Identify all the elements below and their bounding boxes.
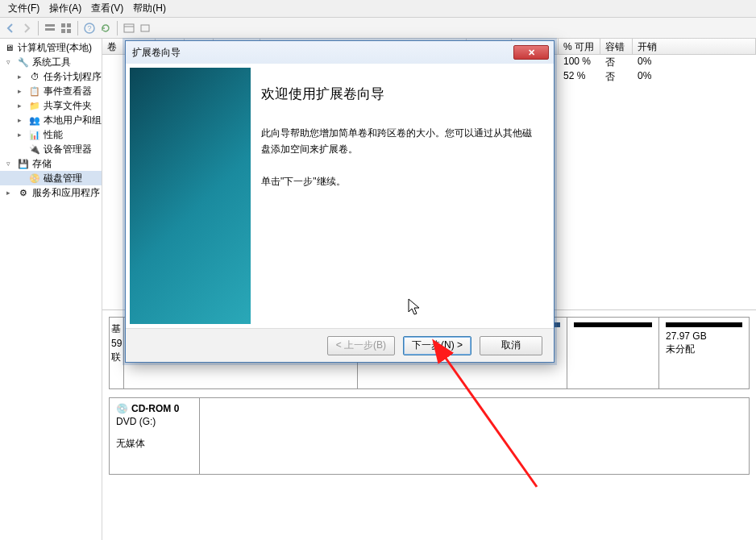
tree-devmgr[interactable]: 🔌设备管理器 [0,142,102,156]
row-fault: 否 [600,69,633,84]
svg-rect-8 [124,24,134,32]
views-icon[interactable] [43,21,57,35]
tree-systools-label: 系统工具 [32,56,71,69]
row-pct: 52 % [559,69,600,84]
col-pct[interactable]: % 可用 [559,39,600,54]
partition-3[interactable] [567,318,659,388]
row-fault: 否 [600,55,633,69]
action-icon[interactable] [138,21,152,35]
tree-perf-label: 性能 [44,128,63,142]
extend-volume-wizard-dialog: 扩展卷向导 ✕ 欢迎使用扩展卷向导 此向导帮助您增加简单卷和跨区卷的大小。您可以… [125,40,555,363]
menu-bar: 文件(F) 操作(A) 查看(V) 帮助(H) [0,0,756,18]
dvd-label: DVD (G:) [116,416,193,427]
tree-services-label: 服务和应用程序 [32,186,100,200]
back-button[interactable]: < 上一步(B) [327,336,395,355]
list-icon[interactable] [122,21,136,35]
tree-eventviewer[interactable]: ▸📋事件查看器 [0,84,102,98]
svg-rect-2 [61,23,65,27]
back-icon[interactable] [3,21,18,35]
tree-eventviewer-label: 事件查看器 [44,85,92,98]
svg-rect-5 [67,29,71,33]
toolbar: ? [0,18,756,39]
dialog-titlebar[interactable]: 扩展卷向导 ✕ [126,41,554,64]
menu-action[interactable]: 操作(A) [44,0,86,17]
svg-rect-10 [141,25,149,31]
disk-0-header[interactable]: 基 59 联 [110,318,124,388]
tree-root[interactable]: 🖥计算机管理(本地) [0,40,102,55]
cdrom-header[interactable]: 💿CD-ROM 0 DVD (G:) 无媒体 [110,398,200,474]
wizard-text-1: 此向导帮助您增加简单卷和跨区卷的大小。您可以通过从其他磁盘添加空间来扩展卷。 [261,126,539,158]
tree-scheduler[interactable]: ▸⏱任务计划程序 [0,69,102,84]
dialog-close-button[interactable]: ✕ [513,45,549,60]
tree-systools[interactable]: ▿🔧系统工具 [0,55,102,69]
wizard-text-2: 单击"下一步"继续。 [261,174,539,190]
wizard-banner-image [130,68,251,324]
unalloc-label: 未分配 [666,343,742,356]
partition-unallocated[interactable]: 27.97 GB 未分配 [659,318,749,388]
menu-help[interactable]: 帮助(H) [128,0,171,17]
wizard-heading: 欢迎使用扩展卷向导 [261,85,539,103]
cdrom-icon: 💿 [116,403,128,414]
forward-icon[interactable] [19,21,34,35]
svg-rect-3 [67,23,71,27]
svg-text:?: ? [87,24,91,32]
row-ov: 0% [633,69,657,84]
navigation-tree: 🖥计算机管理(本地) ▿🔧系统工具 ▸⏱任务计划程序 ▸📋事件查看器 ▸📁共享文… [0,39,102,540]
tree-diskmgmt[interactable]: 📀磁盘管理 [0,171,102,185]
tree-users[interactable]: ▸👥本地用户和组 [0,113,102,127]
dialog-title: 扩展卷向导 [132,46,513,60]
dialog-button-row: < 上一步(B) 下一步(N) > 取消 [126,328,554,362]
col-fault[interactable]: 容错 [600,39,633,54]
tree-shared[interactable]: ▸📁共享文件夹 [0,98,102,113]
disk-basic-label: 基 [111,322,122,336]
svg-rect-4 [61,29,65,33]
disk-online-label: 联 [111,351,122,364]
cdrom-label: CD-ROM 0 [131,403,179,414]
refresh-icon[interactable] [98,21,113,35]
next-button[interactable]: 下一步(N) > [403,336,471,355]
tree-devmgr-label: 设备管理器 [44,143,92,156]
svg-rect-1 [45,28,55,31]
tree-diskmgmt-label: 磁盘管理 [44,172,82,185]
tree-shared-label: 共享文件夹 [44,99,92,113]
tree-storage[interactable]: ▿💾存储 [0,156,102,171]
row-pct: 100 % [559,55,600,69]
tree-perf[interactable]: ▸📊性能 [0,127,102,142]
svg-rect-0 [45,24,55,27]
col-overhead[interactable]: 开销 [633,39,756,54]
tree-users-label: 本地用户和组 [44,114,102,127]
nomedia-label: 无媒体 [116,437,193,451]
unalloc-size: 27.97 GB [666,330,742,342]
cancel-button[interactable]: 取消 [480,336,542,355]
views2-icon[interactable] [59,21,73,35]
tree-root-label: 计算机管理(本地) [18,41,92,55]
tree-services[interactable]: ▸⚙服务和应用程序 [0,185,102,200]
tree-scheduler-label: 任务计划程序 [44,70,102,84]
tree-storage-label: 存储 [32,157,52,171]
row-ov: 0% [633,55,657,69]
help-icon[interactable]: ? [82,21,97,35]
menu-file[interactable]: 文件(F) [3,0,44,17]
menu-view[interactable]: 查看(V) [86,0,128,17]
cdrom-box: 💿CD-ROM 0 DVD (G:) 无媒体 [109,397,750,475]
disk-size-label: 59 [111,338,122,349]
